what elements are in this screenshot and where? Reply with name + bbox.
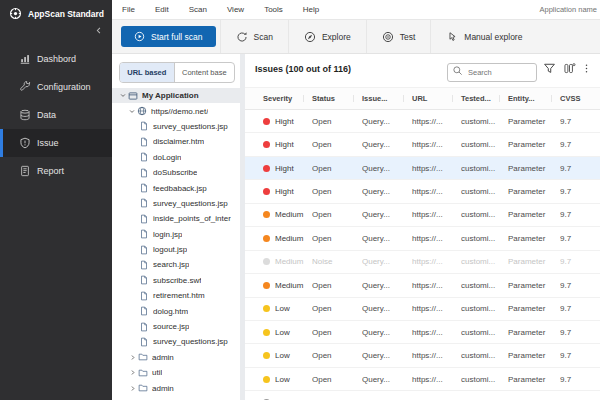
issue-row[interactable]: HightOpenQuery...https://...customi...Pa…	[245, 157, 600, 180]
columns-icon[interactable]	[563, 62, 576, 75]
tree-item-subscribe-swf[interactable]: subscribe.swf	[112, 273, 240, 288]
column-header-entity[interactable]: Entity...	[508, 94, 560, 103]
menu-item-file[interactable]: File	[112, 5, 145, 14]
menu-item-scan[interactable]: Scan	[179, 5, 217, 14]
file-icon	[139, 137, 149, 147]
tested-cell: customi...	[461, 234, 508, 243]
severity-cell: Low	[263, 375, 312, 384]
severity-dot	[263, 211, 270, 218]
tree-item-disclaimer-htm[interactable]: disclaimer.htm	[112, 134, 240, 149]
tree-item-survey-questions-jsp[interactable]: survey_questions.jsp	[112, 196, 240, 211]
tree-item-dosubscribe[interactable]: doSubscribe	[112, 165, 240, 180]
status-cell: Open	[312, 210, 362, 219]
filter-icon[interactable]	[543, 62, 556, 75]
tree-item-my-application[interactable]: My Application	[112, 88, 240, 103]
manual-explore-pointer-icon	[446, 31, 458, 43]
tree-item-survey-questions-jsp[interactable]: survey_questions.jsp	[112, 334, 240, 349]
severity-cell: Hight	[263, 187, 312, 196]
severity-label: Medium	[275, 234, 303, 243]
issue-row[interactable]: InformaticOpenQuery...https://...customi…	[245, 391, 600, 400]
sidebar-item-report[interactable]: Report	[0, 157, 112, 185]
kebab-menu-icon[interactable]	[581, 62, 592, 75]
cvss-cell: 9.7	[560, 351, 600, 360]
issue-row[interactable]: HightOpenQuery...https://...customi...Pa…	[245, 180, 600, 203]
sidebar-collapse-button[interactable]	[94, 26, 103, 35]
url-cell: https://...	[412, 257, 461, 266]
cvss-cell: 9.7	[560, 281, 600, 290]
sidebar-item-data[interactable]: Data	[0, 101, 112, 129]
tree-item-admin[interactable]: admin	[112, 350, 240, 365]
tree-item-search-jsp[interactable]: search.jsp	[112, 257, 240, 272]
brand-target-icon	[9, 7, 22, 20]
tree-item-feedbaback-jsp[interactable]: feedbaback.jsp	[112, 180, 240, 195]
issue-row[interactable]: HightOpenQuery...https://...customi...Pa…	[245, 133, 600, 156]
url-cell: https://...	[412, 140, 461, 149]
cvss-cell: 9.7	[560, 140, 600, 149]
chevron-right-icon	[128, 369, 138, 376]
sidebar-item-configuration[interactable]: Configuration	[0, 73, 112, 101]
sidebar-item-dashbord[interactable]: Dashbord	[0, 45, 112, 73]
tested-cell: customi...	[461, 351, 508, 360]
tree-item-inside-points-of-inter[interactable]: inside_points_of_inter	[112, 211, 240, 226]
menu-item-help[interactable]: Help	[293, 5, 329, 14]
file-icon	[139, 260, 149, 270]
column-header-status[interactable]: Status	[312, 94, 362, 103]
menu-item-view[interactable]: View	[217, 5, 254, 14]
tree-item-survey-questions-jsp[interactable]: survey_questions.jsp	[112, 119, 240, 134]
sidebar-item-issue[interactable]: Issue	[0, 129, 112, 157]
severity-dot	[263, 165, 270, 172]
file-icon	[139, 291, 149, 301]
issue-row[interactable]: MediumOpenQuery...https://...customi...P…	[245, 274, 600, 297]
toolbar-button-test[interactable]: Test	[366, 20, 431, 53]
tree-item-logout-jsp[interactable]: logout.jsp	[112, 242, 240, 257]
configuration-icon	[19, 81, 31, 93]
severity-cell: Medium	[263, 281, 312, 290]
tree-item-https-demo-net[interactable]: https//demo.net/	[112, 103, 240, 118]
tab-url-based[interactable]: URL based	[120, 63, 174, 82]
tab-content-base-label: Content base	[182, 68, 227, 77]
toolbar-button-label: Manual explore	[464, 32, 522, 42]
issue-row[interactable]: HightOpenQuery...https://...customi...Pa…	[245, 110, 600, 133]
url-cell: https://...	[412, 187, 461, 196]
explorer-panel: URL based Content base My Applicationhtt…	[112, 54, 240, 400]
start-full-scan-label: Start full scan	[151, 32, 203, 42]
tree-item-login-jsp[interactable]: login.jsp	[112, 227, 240, 242]
issue-row[interactable]: MediumOpenQuery...https://...customi...P…	[245, 204, 600, 227]
tree-item-source-jsp[interactable]: source.jsp	[112, 319, 240, 334]
toolbar-button-scan[interactable]: Scan	[220, 20, 288, 53]
issue-row[interactable]: LowOpenQuery...https://...customi...Para…	[245, 298, 600, 321]
column-header-severity[interactable]: Severity	[263, 94, 312, 103]
issue-row[interactable]: MediumNoiseQuery...https://...customi...…	[245, 251, 600, 274]
column-header-cvss[interactable]: CVSS	[560, 94, 600, 103]
issue-cell: Query...	[362, 304, 412, 313]
column-header-url[interactable]: URL	[412, 94, 461, 103]
tab-content-base[interactable]: Content base	[174, 63, 234, 82]
file-icon	[139, 152, 149, 162]
toolbar-button-explore[interactable]: Explore	[288, 20, 366, 53]
tree-item-admin[interactable]: admin	[112, 380, 240, 395]
cvss-cell: 9.7	[560, 375, 600, 384]
issue-icon	[19, 137, 31, 149]
tree-item-retirement-htm[interactable]: retirement.htm	[112, 288, 240, 303]
issue-row[interactable]: LowOpenQuery...https://...customi...Para…	[245, 344, 600, 367]
tree-item-dologin[interactable]: doLogin	[112, 150, 240, 165]
start-full-scan-button[interactable]: Start full scan	[121, 26, 216, 47]
toolbar-button-manual-explore[interactable]: Manual explore	[430, 20, 537, 53]
issue-row[interactable]: LowOpenQuery...https://...customi...Para…	[245, 321, 600, 344]
data-icon	[19, 109, 31, 121]
dashboard-icon	[19, 53, 31, 65]
file-icon	[139, 183, 149, 193]
menu-item-tools[interactable]: Tools	[254, 5, 293, 14]
tree-item-dolog-htm[interactable]: dolog.htm	[112, 303, 240, 318]
toolbar-buttons: ScanExploreTestManual explore	[220, 20, 538, 53]
issue-row[interactable]: MediumOpenQuery...https://...customi...P…	[245, 227, 600, 250]
tree-item-label: My Application	[142, 91, 199, 100]
tree-item-label: https//demo.net/	[151, 107, 208, 116]
tree-item-util[interactable]: util	[112, 365, 240, 380]
chevron-down-icon	[118, 92, 128, 99]
issue-row[interactable]: LowOpenQuery...https://...customi...Para…	[245, 368, 600, 391]
severity-dot	[263, 258, 270, 265]
column-header-tested[interactable]: Tested...	[461, 94, 508, 103]
menu-item-edit[interactable]: Edit	[145, 5, 179, 14]
column-header-issue[interactable]: Issue...	[362, 94, 412, 103]
